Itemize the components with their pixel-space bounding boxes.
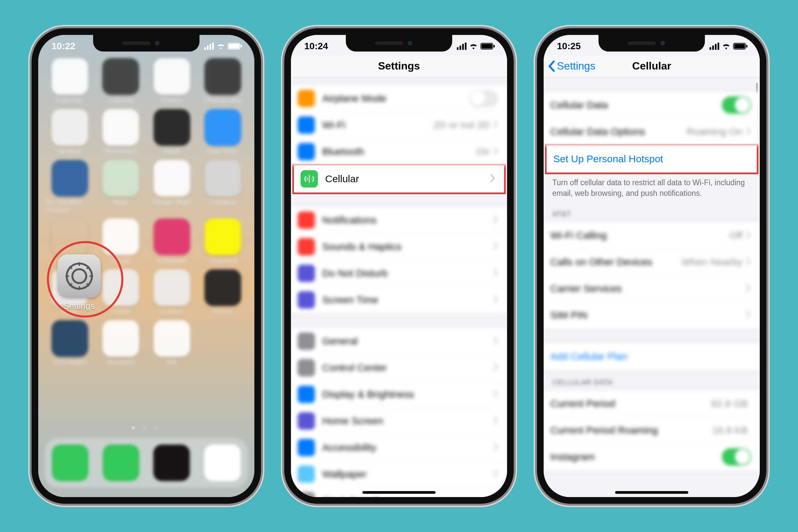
- chevron-right-icon: [746, 127, 751, 137]
- app-icon[interactable]: Maps: [95, 160, 147, 214]
- row-icon: [298, 439, 315, 456]
- svg-rect-14: [481, 44, 492, 49]
- phone-home-screen: 10:22 CalendarCameraPhotosPhotographyMed…: [32, 28, 261, 504]
- app-icon[interactable]: Photos: [146, 58, 197, 104]
- row-label: Sounds & Haptics: [322, 241, 493, 252]
- footer-text: Turn off cellular data to restrict all d…: [544, 173, 760, 202]
- app-tile: [154, 218, 190, 255]
- status-time: 10:24: [304, 41, 328, 52]
- settings-row[interactable]: Current Period82.8 GB: [544, 391, 760, 417]
- app-icon[interactable]: Clock: [146, 109, 197, 155]
- chevron-right-icon: [493, 268, 498, 278]
- chevron-right-icon: [493, 147, 498, 157]
- app-tile: [52, 109, 88, 146]
- app-icon[interactable]: Medical: [44, 109, 95, 155]
- settings-row[interactable]: Notifications: [291, 207, 507, 233]
- notch: [346, 34, 452, 52]
- settings-row-cellular[interactable]: Cellular: [294, 166, 504, 192]
- app-label: Google Maps: [152, 198, 191, 206]
- row-label: Bluetooth: [322, 146, 476, 157]
- app-icon[interactable]: Camera: [95, 58, 147, 104]
- settings-row[interactable]: Wallpaper: [291, 461, 507, 488]
- app-label: NYS Wallet: [53, 359, 87, 366]
- settings-row[interactable]: Siri & Search: [291, 488, 507, 504]
- settings-row[interactable]: Control Center: [291, 355, 507, 381]
- chevron-right-icon: [746, 310, 751, 320]
- status-icons: [709, 42, 748, 50]
- settings-row[interactable]: Wi-Fi2D or not 2D: [291, 112, 507, 138]
- chevron-right-icon: [746, 284, 751, 293]
- row-icon: [298, 332, 315, 350]
- settings-row[interactable]: Wi-Fi CallingOff: [544, 222, 760, 249]
- app-icon[interactable]: Reminders: [95, 109, 147, 155]
- settings-row[interactable]: General: [291, 328, 507, 355]
- home-indicator[interactable]: [615, 491, 688, 494]
- settings-row[interactable]: BluetoothOn: [291, 138, 507, 165]
- app-label: App Store: [208, 148, 238, 155]
- toggle-switch[interactable]: [469, 90, 498, 107]
- back-label: Settings: [557, 60, 595, 72]
- toggle-switch[interactable]: [722, 96, 751, 114]
- home-indicator[interactable]: [362, 491, 436, 494]
- app-tile: [52, 160, 88, 196]
- chevron-right-icon: [493, 442, 498, 453]
- app-icon[interactable]: App Store: [197, 109, 249, 155]
- app-icon[interactable]: The Weather Channel: [44, 160, 95, 214]
- app-icon[interactable]: Calendar: [44, 58, 95, 104]
- app-label: Wiz: [166, 359, 177, 366]
- dock-app-spotify[interactable]: [153, 444, 190, 481]
- app-label: Photos: [162, 97, 182, 104]
- settings-row[interactable]: Instagram: [544, 443, 760, 470]
- settings-row[interactable]: Screen Time: [291, 287, 507, 313]
- settings-row[interactable]: Carrier Services: [544, 275, 760, 302]
- back-button[interactable]: Settings: [548, 60, 595, 72]
- row-icon: [298, 291, 315, 308]
- settings-row[interactable]: Accessibility: [291, 434, 507, 461]
- app-icon[interactable]: Wiz: [146, 320, 197, 366]
- chevron-right-icon: [746, 257, 751, 267]
- row-icon: [298, 143, 315, 160]
- app-icon[interactable]: Instagram: [146, 218, 197, 265]
- chevron-right-icon: [746, 230, 751, 241]
- signal-icon: [204, 42, 214, 50]
- app-icon[interactable]: Finance: [146, 269, 197, 316]
- app-icon[interactable]: SmartHQ: [95, 320, 147, 366]
- status-time: 10:22: [52, 41, 75, 52]
- settings-row[interactable]: Calls on Other DevicesWhen Nearby: [544, 249, 760, 275]
- app-icon[interactable]: Fitness: [197, 269, 249, 316]
- row-setup-personal-hotspot[interactable]: Set Up Personal Hotspot: [547, 146, 757, 172]
- row-detail: On: [476, 146, 490, 157]
- dock-app-messages[interactable]: [52, 444, 89, 481]
- app-icon[interactable]: NYS Wallet: [44, 320, 95, 366]
- settings-row[interactable]: Sounds & Haptics: [291, 233, 507, 260]
- settings-row[interactable]: Cellular Data: [544, 92, 760, 118]
- app-icon[interactable]: Contacts: [197, 160, 249, 214]
- settings-row[interactable]: Airplane Mode: [291, 85, 507, 112]
- settings-row[interactable]: Home Screen: [291, 407, 507, 434]
- dock-app-safari[interactable]: [204, 444, 241, 481]
- app-tile: [102, 320, 139, 357]
- app-label: The Weather Channel: [44, 198, 95, 214]
- app-tile: [205, 109, 241, 146]
- settings-row[interactable]: Cellular Data OptionsRoaming On: [544, 118, 760, 145]
- app-icon[interactable]: Photography: [197, 58, 249, 104]
- settings-row[interactable]: Do Not Disturb: [291, 260, 507, 287]
- app-icon[interactable]: Snapchat: [197, 218, 249, 265]
- settings-row[interactable]: SIM PIN: [544, 302, 760, 328]
- page-indicator[interactable]: ● ○ ○: [38, 424, 254, 431]
- row-detail: Roaming On: [687, 126, 742, 137]
- settings-row[interactable]: Current Period Roaming16.8 KB: [544, 417, 760, 443]
- svg-rect-1: [229, 44, 240, 49]
- settings-app-icon[interactable]: Settings: [58, 254, 101, 311]
- dock-app-phone[interactable]: [103, 444, 139, 481]
- chevron-right-icon: [493, 242, 498, 252]
- app-tile: [205, 160, 241, 196]
- row-label: SIM PIN: [550, 309, 746, 321]
- row-add-cellular-plan[interactable]: Add Cellular Plan: [544, 343, 760, 370]
- app-label: Calendar: [56, 97, 83, 104]
- app-icon[interactable]: Google Maps: [146, 160, 197, 214]
- settings-row[interactable]: Display & Brightness: [291, 381, 507, 407]
- app-tile: [52, 320, 88, 357]
- chevron-right-icon: [493, 416, 498, 426]
- toggle-switch[interactable]: [722, 448, 751, 466]
